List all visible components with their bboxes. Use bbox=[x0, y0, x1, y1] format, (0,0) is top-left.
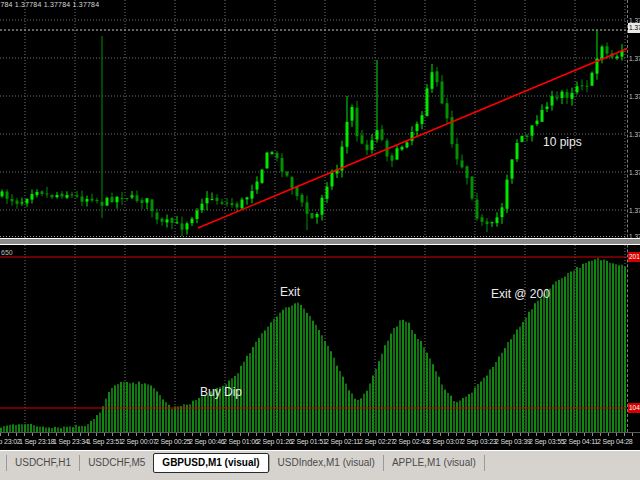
time-axis-label: 1 Sep 23:51 bbox=[87, 438, 123, 445]
annotation-exit-200: Exit @ 200 bbox=[491, 287, 550, 301]
price-tick-label: 1.37 bbox=[629, 54, 640, 63]
price-tick-label: 1.37 bbox=[629, 130, 640, 139]
time-axis-label: 2 Sep 00:07 bbox=[121, 438, 157, 445]
time-axis[interactable]: 1 Sep 23:021 Sep 23:181 Sep 23:341 Sep 2… bbox=[0, 432, 640, 451]
time-axis-label: 2 Sep 04:28 bbox=[597, 438, 633, 445]
price-tick-label: 1.37 bbox=[629, 92, 640, 101]
time-axis-label: 1 Sep 23:34 bbox=[53, 438, 89, 445]
time-axis-label: 2 Sep 03:23 bbox=[461, 438, 497, 445]
time-axis-label: 2 Sep 03:55 bbox=[529, 438, 565, 445]
quote-ohlc-text: 1.37784 1.37784 1.37784 1.37784 bbox=[0, 0, 200, 10]
time-axis-label: 2 Sep 03:07 bbox=[427, 438, 463, 445]
time-axis-label: 2 Sep 04:11 bbox=[563, 438, 598, 445]
time-axis-label: 2 Sep 00:25 bbox=[155, 438, 191, 445]
chart-tab-usdchf-h1[interactable]: USDCHF,H1 bbox=[6, 455, 79, 471]
window-splitter[interactable] bbox=[0, 238, 640, 245]
indicator-level-bottom-label: 104 bbox=[628, 403, 640, 413]
annotation-buy-dip: Buy Dip bbox=[200, 385, 242, 399]
time-axis-ticks bbox=[0, 433, 640, 436]
time-axis-label: 2 Sep 00:46 bbox=[189, 438, 225, 445]
chart-tab-usdchf-m5[interactable]: USDCHF,M5 bbox=[79, 455, 153, 471]
annotation-10-pips: 10 pips bbox=[543, 135, 582, 149]
time-axis-label: 1 Sep 23:18 bbox=[19, 438, 55, 445]
price-scale-border bbox=[627, 0, 628, 432]
chart-tab-apple-m1-visual-[interactable]: APPLE,M1 (visual) bbox=[383, 455, 485, 471]
time-axis-label: 2 Sep 02:11 bbox=[325, 438, 360, 445]
time-axis-label: 2 Sep 01:06 bbox=[223, 438, 259, 445]
bottom-strip bbox=[0, 474, 640, 480]
price-tick-label: 1.37 bbox=[629, 168, 640, 177]
time-axis-label: 2 Sep 02:27 bbox=[359, 438, 395, 445]
annotation-exit: Exit bbox=[280, 285, 300, 299]
price-tick-label: 1.37 bbox=[629, 206, 640, 215]
indicator-name-label: 650 bbox=[1, 249, 13, 256]
current-price-label: 1.37 bbox=[628, 23, 640, 33]
indicator-level-top-label: 201 bbox=[628, 252, 640, 262]
chart-tab-gbpusd-m1-visual-[interactable]: GBPUSD,M1 (visual) bbox=[153, 453, 268, 473]
mt4-tester-window: 1.37784 1.37784 1.37784 1.37784 1.371.37… bbox=[0, 0, 640, 480]
time-axis-label: 1 Sep 23:02 bbox=[0, 438, 21, 445]
time-axis-label: 2 Sep 02:43 bbox=[393, 438, 429, 445]
price-chart-area[interactable] bbox=[0, 0, 627, 238]
time-axis-label: 2 Sep 03:39 bbox=[495, 438, 531, 445]
chart-tab-usdindex-m1-visual-[interactable]: USDIndex,M1 (visual) bbox=[269, 455, 383, 471]
quote-ohlc-value: 1.37784 1.37784 1.37784 1.37784 bbox=[0, 1, 99, 8]
indicator-chart-area[interactable] bbox=[0, 245, 627, 432]
chart-tab-bar: USDCHF,H1USDCHF,M5GBPUSD,M1 (visual)USDI… bbox=[0, 450, 640, 474]
time-axis-label: 2 Sep 01:26 bbox=[257, 438, 293, 445]
time-axis-label: 2 Sep 01:51 bbox=[291, 438, 327, 445]
